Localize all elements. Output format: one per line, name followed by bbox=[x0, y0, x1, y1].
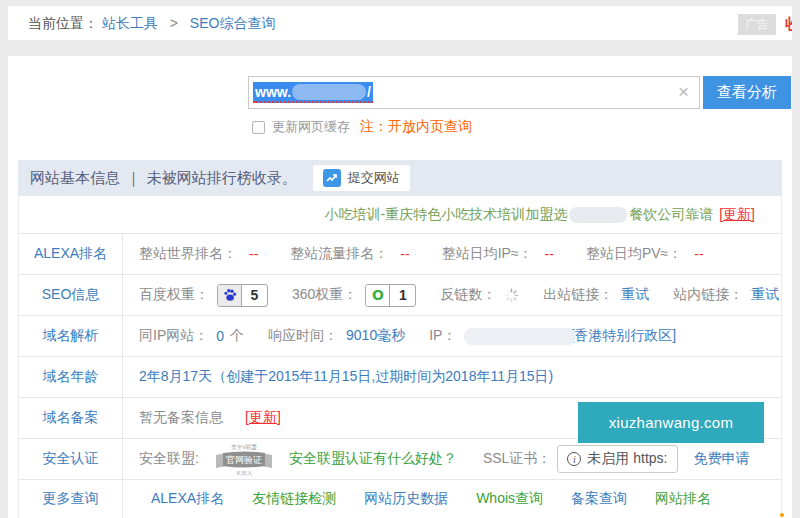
info-icon: i bbox=[567, 452, 581, 466]
ip-address: IP： [香港特别行政区] bbox=[429, 327, 676, 345]
cache-option-row: 更新网页缓存 注：开放内页查询 bbox=[252, 118, 472, 136]
trend-chart-icon bbox=[323, 169, 341, 187]
site-title-row: 小吃培训-重庆特色小吃技术培训加盟选 餐饮公司靠谱 [更新] bbox=[19, 196, 781, 234]
breadcrumb-link-webmaster-tools[interactable]: 站长工具 bbox=[102, 15, 158, 31]
qihoo-weight: 360权重： O 1 bbox=[292, 284, 416, 307]
same-ip-sites: 同IP网站： 0 个 bbox=[139, 327, 244, 345]
ip-region: [香港特别行政区] bbox=[570, 327, 676, 345]
selected-url-text: www. / bbox=[253, 82, 373, 103]
blurred-title-part bbox=[569, 207, 627, 223]
update-cache-label: 更新网页缓存 bbox=[272, 118, 350, 136]
section-header: 网站基本信息 ｜ 未被网站排行榜收录。 提交网站 bbox=[18, 160, 782, 196]
alliance-label: 安全联盟: bbox=[139, 450, 199, 468]
ssl-label: SSL证书： bbox=[483, 450, 551, 468]
section-title: 网站基本信息 bbox=[30, 169, 120, 188]
alexa-traffic-rank: 整站流量排名： -- bbox=[290, 245, 409, 263]
response-time-value: 9010毫秒 bbox=[346, 327, 405, 345]
main-panel: www. / × 查看分析 更新网页缓存 注：开放内页查询 网站基本信息 ｜ 未… bbox=[8, 56, 792, 518]
blurred-ip bbox=[464, 328, 576, 345]
outbound-retry-link[interactable]: 重试 bbox=[621, 286, 649, 304]
clipped-ad-text: 收 bbox=[785, 15, 792, 31]
alexa-world-rank-value: -- bbox=[249, 246, 258, 262]
qihoo-360-icon: O bbox=[366, 285, 390, 306]
domain-age-value: 2年8月17天（创建于2015年11月15日,过期时间为2018年11月15日) bbox=[139, 368, 553, 386]
security-row-label[interactable]: 安全认证 bbox=[19, 439, 123, 479]
more-link-history[interactable]: 网站历史数据 bbox=[364, 490, 448, 508]
dns-row-label[interactable]: 域名解析 bbox=[19, 316, 123, 356]
title-update-link[interactable]: [更新] bbox=[719, 206, 755, 224]
seo-row-label[interactable]: SEO信息 bbox=[19, 275, 123, 315]
icp-status: 暂无备案信息 bbox=[139, 409, 223, 427]
url-prefix: www. bbox=[255, 84, 291, 100]
site-title-before: 小吃培训-重庆特色小吃技术培训加盟选 bbox=[325, 206, 568, 224]
alexa-daily-ip: 整站日均IP≈： -- bbox=[442, 245, 554, 263]
more-row-label[interactable]: 更多查询 bbox=[19, 480, 123, 518]
alexa-world-rank-label: 整站世界排名： bbox=[139, 245, 237, 263]
url-input[interactable]: www. / × bbox=[248, 76, 700, 109]
more-link-icp[interactable]: 备案查询 bbox=[571, 490, 627, 508]
breadcrumb-bar: 当前位置： 站长工具 > SEO综合查询 广告 收 bbox=[8, 6, 792, 40]
submit-site-label: 提交网站 bbox=[348, 169, 400, 187]
backlinks-label: 反链数： bbox=[440, 286, 496, 304]
outbound-links-label: 出站链接： bbox=[543, 286, 613, 304]
internal-retry-link[interactable]: 重试 bbox=[751, 286, 779, 304]
same-ip-value: 0 bbox=[216, 328, 224, 344]
security-alliance-badge-icon[interactable]: 安全V联盟 官网验证 未加入 bbox=[213, 441, 275, 478]
alexa-row-label[interactable]: ALEXA排名 bbox=[19, 234, 123, 274]
baidu-paw-icon bbox=[218, 285, 242, 306]
icp-update-link[interactable]: [更新] bbox=[245, 409, 281, 427]
same-ip-label: 同IP网站： bbox=[139, 327, 208, 345]
site-title-after: 餐饮公司靠谱 bbox=[629, 206, 713, 224]
internal-links: 站内链接： 重试 bbox=[673, 286, 779, 304]
baidu-weight-value: 5 bbox=[242, 285, 267, 306]
alexa-daily-pv: 整站日均PV≈： -- bbox=[586, 245, 704, 263]
clear-input-icon[interactable]: × bbox=[678, 81, 689, 103]
section-status: 未被网站排行榜收录。 bbox=[147, 169, 297, 188]
response-time-label: 响应时间： bbox=[268, 327, 338, 345]
submit-site-button[interactable]: 提交网站 bbox=[313, 165, 410, 191]
table-row-more: 更多查询 ALEXA排名 友情链接检测 网站历史数据 Whois查询 备案查询 … bbox=[19, 480, 781, 518]
analyze-button[interactable]: 查看分析 bbox=[703, 76, 791, 109]
alliance-benefit-link[interactable]: 安全联盟认证有什么好处？ bbox=[289, 450, 457, 468]
alexa-daily-ip-value: -- bbox=[545, 246, 554, 262]
breadcrumb-separator: > bbox=[170, 15, 178, 31]
baidu-weight-badge[interactable]: 5 bbox=[217, 284, 268, 307]
backlinks: 反链数： bbox=[440, 286, 519, 304]
outbound-links: 出站链接： 重试 bbox=[543, 286, 649, 304]
breadcrumb-prefix: 当前位置： bbox=[28, 15, 98, 31]
ssl-status-text: 未启用 https: bbox=[587, 450, 667, 468]
qihoo-weight-value: 1 bbox=[390, 285, 415, 306]
alexa-world-rank: 整站世界排名： -- bbox=[139, 245, 258, 263]
badge-main-text: 官网验证 bbox=[226, 454, 262, 464]
more-link-alexa[interactable]: ALEXA排名 bbox=[151, 490, 224, 508]
inner-page-note: 注：开放内页查询 bbox=[360, 118, 472, 136]
more-link-whois[interactable]: Whois查询 bbox=[476, 490, 543, 508]
response-time: 响应时间： 9010毫秒 bbox=[268, 327, 405, 345]
qihoo-weight-badge[interactable]: O 1 bbox=[365, 284, 416, 307]
watermark: xiuzhanwang.com bbox=[578, 402, 764, 443]
site-info-table: 小吃培训-重庆特色小吃技术培训加盟选 餐饮公司靠谱 [更新] ALEXA排名 整… bbox=[18, 196, 782, 518]
breadcrumb-link-seo-query[interactable]: SEO综合查询 bbox=[190, 15, 276, 31]
url-suffix: / bbox=[367, 84, 371, 100]
baidu-weight: 百度权重： 5 bbox=[139, 284, 268, 307]
ssl-apply-link[interactable]: 免费申请 bbox=[694, 450, 750, 468]
icp-row-label[interactable]: 域名备案 bbox=[19, 398, 123, 438]
alexa-traffic-rank-label: 整站流量排名： bbox=[290, 245, 388, 263]
qihoo-weight-label: 360权重： bbox=[292, 286, 357, 304]
qihoo-logo-letter: O bbox=[372, 287, 384, 303]
table-row-security: 安全认证 安全联盟: 安全V联盟 官网验证 未加入 安全联盟认证有什么好处？ S… bbox=[19, 439, 781, 480]
table-row-alexa: ALEXA排名 整站世界排名： -- 整站流量排名： -- 整站日均IP≈： -… bbox=[19, 234, 781, 275]
alexa-traffic-rank-value: -- bbox=[400, 246, 409, 262]
update-cache-checkbox[interactable] bbox=[252, 121, 265, 134]
baidu-weight-label: 百度权重： bbox=[139, 286, 209, 304]
age-row-label[interactable]: 域名年龄 bbox=[19, 357, 123, 397]
table-row-seo: SEO信息 百度权重： 5 360权重： O bbox=[19, 275, 781, 316]
more-link-friend-links[interactable]: 友情链接检测 bbox=[252, 490, 336, 508]
breadcrumb: 当前位置： 站长工具 > SEO综合查询 bbox=[28, 6, 275, 40]
badge-bottom-text: 未加入 bbox=[236, 470, 253, 476]
more-link-rank[interactable]: 网站排名 bbox=[655, 490, 711, 508]
ssl-status-box: i 未启用 https: bbox=[557, 445, 677, 473]
same-ip-unit: 个 bbox=[230, 327, 244, 345]
alexa-daily-pv-value: -- bbox=[694, 246, 703, 262]
section-divider: ｜ bbox=[126, 169, 141, 188]
